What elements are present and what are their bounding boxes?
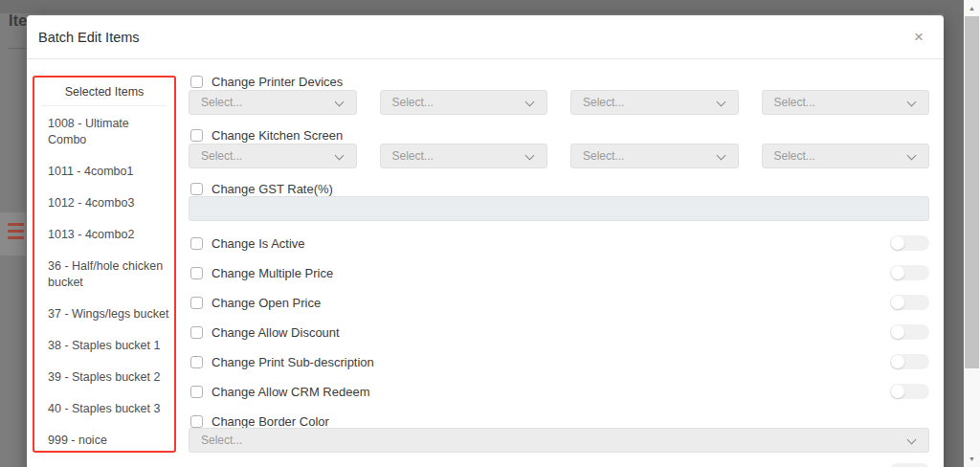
modal-title: Batch Edit Items — [38, 15, 140, 59]
chevron-down-icon — [334, 151, 344, 161]
list-item: 1012 - 4combo3 — [34, 188, 174, 219]
change-is-active-label: Change Is Active — [212, 236, 305, 251]
modal-header: Batch Edit Items × — [27, 15, 944, 59]
kitchen-screen-select-2[interactable]: Select... — [380, 144, 548, 168]
list-item: 999 - noice — [34, 425, 174, 453]
change-kitchen-screen-row: Change Kitchen Screen — [189, 127, 929, 144]
kitchen-screen-select-3[interactable]: Select... — [570, 144, 739, 168]
gst-rate-input[interactable] — [189, 196, 929, 221]
background-title-underline — [8, 48, 27, 49]
change-kitchen-screen-checkbox[interactable] — [190, 129, 203, 142]
open-price-toggle[interactable] — [890, 295, 929, 310]
change-border-color-checkbox[interactable] — [190, 415, 203, 428]
change-border-color-label: Change Border Color — [212, 414, 329, 429]
select-placeholder: Select... — [201, 429, 242, 452]
change-print-subdescription-label: Change Print Sub-description — [212, 355, 374, 369]
scrollbar-thumb[interactable] — [965, 16, 979, 368]
toggle-knob — [891, 236, 904, 250]
chevron-down-icon — [716, 98, 725, 107]
list-item: 37 - Wings/legs bucket — [34, 299, 174, 330]
kitchen-screen-select-1[interactable]: Select... — [189, 144, 357, 168]
allow-crm-redeem-toggle[interactable] — [890, 384, 929, 399]
page-scrollbar[interactable]: ▲ ▼ — [964, 0, 980, 467]
toggle-knob — [891, 266, 904, 279]
change-is-active-row: Change Is Active — [189, 235, 929, 252]
border-color-select[interactable]: Select... — [189, 428, 929, 453]
change-printer-devices-label: Change Printer Devices — [212, 75, 343, 89]
list-item: 39 - Staples bucket 2 — [34, 362, 174, 393]
chevron-down-icon — [525, 98, 535, 107]
close-icon[interactable]: × — [908, 15, 929, 59]
screen: Ite Batch Edit Items × Selected Items 10… — [0, 0, 980, 467]
change-multiple-price-label: Change Multiple Price — [212, 266, 333, 280]
change-is-active-checkbox[interactable] — [190, 237, 203, 250]
chevron-down-icon — [907, 98, 917, 107]
list-item: 1013 - 4combo2 — [34, 219, 174, 251]
change-gst-rate-label: Change GST Rate(%) — [212, 182, 333, 196]
kitchen-screen-selects: Select... Select... Select... Select... — [189, 144, 929, 168]
list-item: 1008 - Ultimate Combo — [34, 108, 174, 156]
change-gst-rate-row: Change GST Rate(%) — [189, 181, 929, 197]
select-placeholder: Select... — [583, 91, 624, 114]
select-placeholder: Select... — [774, 145, 815, 167]
chevron-down-icon — [907, 151, 917, 161]
scrollbar-up-icon[interactable]: ▲ — [964, 0, 980, 16]
change-allow-discount-row: Change Allow Discount — [189, 324, 929, 341]
change-allow-crm-redeem-label: Change Allow CRM Redeem — [212, 385, 369, 399]
sidebar-menu-button[interactable] — [0, 212, 26, 256]
printer-device-select-1[interactable]: Select... — [189, 90, 357, 115]
printer-device-select-4[interactable]: Select... — [762, 90, 930, 115]
background-top-bar — [0, 0, 980, 13]
list-item: 38 - Staples bucket 1 — [34, 330, 174, 362]
printer-device-select-3[interactable]: Select... — [570, 90, 739, 115]
allow-discount-toggle[interactable] — [890, 324, 929, 340]
selected-items-header: Selected Items — [42, 82, 167, 106]
toggle-knob — [891, 325, 904, 339]
selected-items-list: 1008 - Ultimate Combo 1011 - 4combo1 101… — [34, 106, 174, 453]
chevron-down-icon — [334, 98, 344, 107]
change-gst-rate-checkbox[interactable] — [190, 183, 203, 195]
change-allow-discount-label: Change Allow Discount — [212, 325, 340, 340]
change-allow-discount-checkbox[interactable] — [190, 326, 203, 339]
select-placeholder: Select... — [392, 145, 434, 167]
toggle-knob — [891, 355, 904, 368]
print-subdescription-toggle[interactable] — [890, 354, 929, 369]
partial-toggle-cutoff[interactable] — [890, 463, 929, 467]
select-placeholder: Select... — [201, 91, 242, 114]
change-open-price-checkbox[interactable] — [190, 297, 203, 309]
change-printer-devices-row: Change Printer Devices — [189, 74, 929, 90]
multiple-price-toggle[interactable] — [890, 265, 929, 280]
change-open-price-row: Change Open Price — [189, 295, 929, 311]
select-placeholder: Select... — [774, 91, 815, 114]
select-placeholder: Select... — [392, 91, 434, 114]
change-open-price-label: Change Open Price — [212, 296, 321, 310]
scrollbar-down-icon[interactable]: ▼ — [964, 451, 980, 467]
printer-device-selects: Select... Select... Select... Select... — [189, 90, 929, 115]
list-item: 36 - Half/hole chicken bucket — [34, 251, 174, 299]
hamburger-icon — [8, 223, 24, 226]
change-multiple-price-checkbox[interactable] — [190, 267, 203, 279]
change-print-subdescription-checkbox[interactable] — [190, 356, 203, 368]
change-allow-crm-redeem-checkbox[interactable] — [190, 386, 203, 398]
chevron-down-icon — [907, 435, 917, 445]
list-item: 40 - Staples bucket 3 — [34, 393, 174, 425]
toggle-knob — [891, 296, 904, 309]
batch-edit-items-modal: Batch Edit Items × Selected Items 1008 -… — [27, 15, 944, 467]
list-item: 1011 - 4combo1 — [34, 156, 174, 188]
select-placeholder: Select... — [583, 145, 624, 167]
kitchen-screen-select-4[interactable]: Select... — [762, 144, 930, 168]
is-active-toggle[interactable] — [890, 235, 929, 251]
change-print-subdescription-row: Change Print Sub-description — [189, 354, 929, 370]
background-right-area — [944, 0, 964, 467]
printer-device-select-2[interactable]: Select... — [380, 90, 548, 115]
selected-items-panel: Selected Items 1008 - Ultimate Combo 101… — [33, 76, 176, 453]
change-multiple-price-row: Change Multiple Price — [189, 265, 929, 281]
batch-edit-form: Change Printer Devices Select... Select.… — [189, 74, 929, 467]
toggle-knob — [891, 385, 904, 398]
hamburger-icon — [8, 236, 24, 239]
change-kitchen-screen-label: Change Kitchen Screen — [212, 128, 343, 143]
change-allow-crm-redeem-row: Change Allow CRM Redeem — [189, 384, 929, 400]
change-printer-devices-checkbox[interactable] — [190, 76, 203, 88]
background-page-title: Ite — [9, 12, 27, 30]
chevron-down-icon — [716, 151, 725, 161]
